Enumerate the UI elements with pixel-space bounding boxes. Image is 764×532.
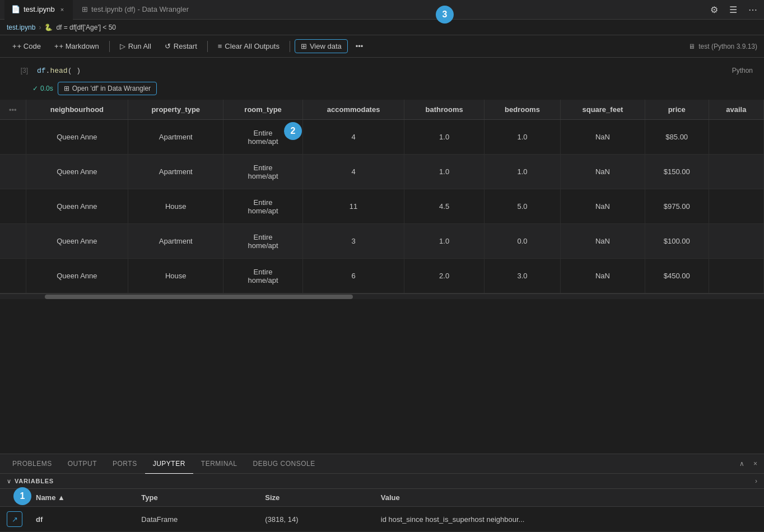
collapse-panel-button[interactable]: ∧ bbox=[737, 458, 747, 470]
tab-terminal-label: TERMINAL bbox=[201, 460, 237, 468]
run-all-label: Run All bbox=[128, 42, 151, 50]
col-neighbourhood[interactable]: neighbourhood bbox=[26, 100, 128, 120]
cell-status: ✓ 0.0s bbox=[32, 85, 53, 92]
settings-icon[interactable]: ⚙ bbox=[708, 2, 720, 17]
separator1 bbox=[109, 41, 110, 52]
notebook-area: [3] df.head( ) Python ✓ 0.0s ⊞ Open 'df'… bbox=[0, 58, 764, 100]
cell-code-row: [3] df.head( ) Python bbox=[4, 62, 760, 80]
cell-available bbox=[709, 189, 763, 224]
var-size: (3818, 14) bbox=[258, 507, 374, 532]
cell-neighbourhood: Queen Anne bbox=[26, 189, 128, 224]
cell-content[interactable]: df.head( ) bbox=[32, 64, 732, 77]
table-row: Queen Anne House Entirehome/apt 6 2.0 3.… bbox=[0, 259, 764, 293]
col-type[interactable]: Type bbox=[134, 489, 258, 507]
tab-jupyter[interactable]: JUPYTER bbox=[145, 454, 193, 474]
cell-property-type: Apartment bbox=[128, 155, 223, 189]
cell-output: ✓ 0.0s ⊞ Open 'df' in Data Wrangler bbox=[32, 82, 760, 95]
cell-code-text: df.head( ) bbox=[32, 64, 732, 77]
cell-available bbox=[709, 259, 763, 293]
col-available[interactable]: availa bbox=[709, 100, 763, 120]
scroll-thumb[interactable] bbox=[45, 295, 353, 299]
table-row: Queen Anne Apartment Entirehome/apt 4 1.… bbox=[0, 155, 764, 189]
layout-icon[interactable]: ☰ bbox=[727, 2, 739, 17]
cell-property-type: House bbox=[128, 259, 223, 293]
row-index bbox=[0, 120, 26, 155]
separator3 bbox=[290, 41, 290, 52]
open-wrangler-label: Open 'df' in Data Wrangler bbox=[72, 85, 151, 92]
tab-output[interactable]: OUTPUT bbox=[60, 454, 105, 474]
tab-terminal[interactable]: TERMINAL bbox=[193, 454, 245, 474]
horizontal-scrollbar[interactable] bbox=[0, 293, 764, 299]
tab-bar-left: 📄 test.ipynb × ⊞ test.ipynb (df) - Data … bbox=[4, 0, 195, 20]
add-code-button[interactable]: + + Code bbox=[7, 40, 46, 53]
col-accommodates[interactable]: accommodates bbox=[302, 100, 404, 120]
tab-label: test.ipynb bbox=[24, 5, 55, 13]
separator2 bbox=[207, 41, 208, 52]
col-price[interactable]: price bbox=[645, 100, 709, 120]
cell-neighbourhood: Queen Anne bbox=[26, 259, 128, 293]
cell-room-type: Entirehome/apt bbox=[223, 155, 302, 189]
cell-accommodates: 3 bbox=[302, 224, 404, 259]
panel-tab-icons: ∧ × bbox=[737, 458, 760, 470]
cell-available bbox=[709, 120, 763, 155]
tab-data-wrangler[interactable]: ⊞ test.ipynb (df) - Data Wrangler bbox=[75, 0, 195, 20]
cell-bathrooms: 1.0 bbox=[404, 155, 484, 189]
clear-label: Clear All Outputs bbox=[225, 42, 279, 50]
export-icon: ↗ bbox=[12, 515, 18, 524]
tab-problems[interactable]: PROBLEMS bbox=[4, 454, 60, 474]
col-bathrooms[interactable]: bathrooms bbox=[404, 100, 484, 120]
cell-available bbox=[709, 155, 763, 189]
col-square-feet[interactable]: square_feet bbox=[561, 100, 645, 120]
cell-bedrooms: 3.0 bbox=[484, 259, 560, 293]
variable-row-df: ↗ df DataFrame (3818, 14) id host_since … bbox=[0, 507, 764, 532]
cell-number: [3] bbox=[4, 64, 32, 74]
open-wrangler-button[interactable]: ⊞ Open 'df' in Data Wrangler bbox=[58, 82, 157, 95]
cell-room-type: Entirehome/apt bbox=[223, 259, 302, 293]
col-size[interactable]: Size bbox=[258, 489, 374, 507]
notebook-icon: 📄 bbox=[11, 5, 20, 13]
cell-square-feet: NaN bbox=[561, 224, 645, 259]
row-index bbox=[0, 224, 26, 259]
code-label: + Code bbox=[17, 42, 41, 50]
badge-1: 1 bbox=[13, 487, 31, 505]
tab-problems-label: PROBLEMS bbox=[12, 460, 52, 468]
cell-bedrooms: 5.0 bbox=[484, 189, 560, 224]
cell-square-feet: NaN bbox=[561, 259, 645, 293]
view-data-button[interactable]: ⊞ View data bbox=[295, 39, 348, 53]
restart-icon: ↺ bbox=[165, 42, 171, 50]
tab-close-button[interactable]: × bbox=[58, 5, 66, 14]
more-icon[interactable]: ⋯ bbox=[746, 2, 760, 17]
plus-icon2: + bbox=[54, 42, 59, 50]
cell-bathrooms: 2.0 bbox=[404, 259, 484, 293]
kernel-label: test (Python 3.9.13) bbox=[698, 43, 757, 50]
clear-outputs-button[interactable]: ≡ Clear All Outputs bbox=[212, 40, 285, 53]
cell-accommodates: 4 bbox=[302, 155, 404, 189]
more-options-button[interactable]: ••• bbox=[350, 40, 369, 53]
open-variable-button[interactable]: ↗ bbox=[7, 511, 22, 527]
cell-price: $150.00 bbox=[645, 155, 709, 189]
col-property-type[interactable]: property_type bbox=[128, 100, 223, 120]
table-row: Queen Anne Apartment Entirehome/apt 4 1.… bbox=[0, 120, 764, 155]
tab-test-ipynb[interactable]: 📄 test.ipynb × bbox=[4, 0, 73, 20]
tab-ports[interactable]: PORTS bbox=[105, 454, 145, 474]
view-data-label: View data bbox=[310, 42, 342, 50]
close-panel-button[interactable]: × bbox=[751, 458, 760, 470]
cell-bathrooms: 1.0 bbox=[404, 224, 484, 259]
cell-accommodates: 11 bbox=[302, 189, 404, 224]
checkmark-icon: ✓ bbox=[32, 85, 38, 92]
col-value[interactable]: Value bbox=[374, 489, 764, 507]
cell-neighbourhood: Queen Anne bbox=[26, 155, 128, 189]
cell-available bbox=[709, 224, 763, 259]
col-name[interactable]: Name ▲ bbox=[29, 489, 134, 507]
run-all-button[interactable]: ▷ Run All bbox=[114, 40, 157, 53]
dots-icon: ••• bbox=[9, 105, 17, 114]
col-bedrooms[interactable]: bedrooms bbox=[484, 100, 560, 120]
col-room-type[interactable]: room_type bbox=[223, 100, 302, 120]
add-markdown-button[interactable]: + + Markdown bbox=[49, 40, 105, 53]
restart-button[interactable]: ↺ Restart bbox=[159, 40, 203, 53]
cell-price: $975.00 bbox=[645, 189, 709, 224]
var-action-cell: ↗ bbox=[0, 507, 29, 532]
tab-debug-console[interactable]: DEBUG CONSOLE bbox=[245, 454, 323, 474]
kernel-icon: 🖥 bbox=[688, 43, 695, 50]
variables-header[interactable]: ∨ VARIABLES › bbox=[0, 474, 764, 489]
